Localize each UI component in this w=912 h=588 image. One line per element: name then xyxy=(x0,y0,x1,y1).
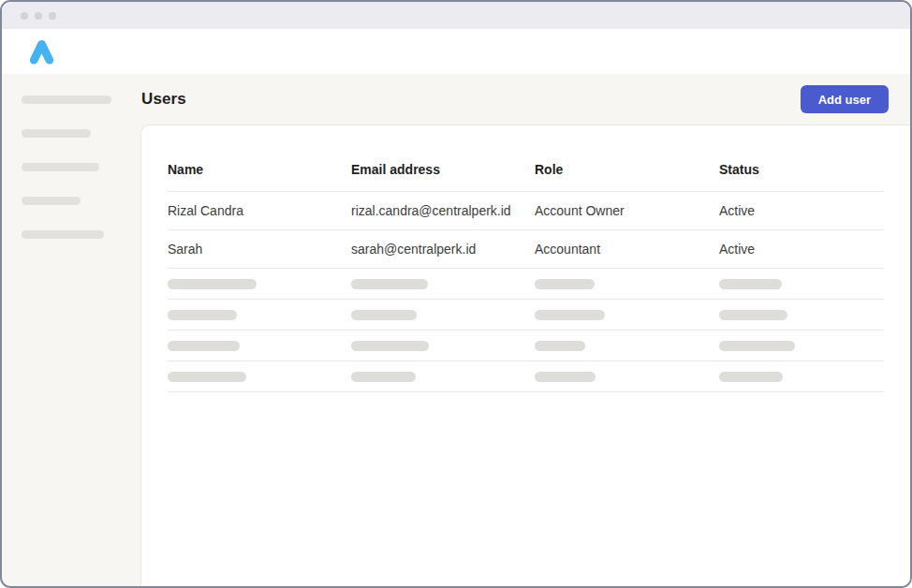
sidebar-skeleton-bar xyxy=(22,197,81,205)
skeleton-cell xyxy=(535,341,719,351)
table-header-row: NameEmail addressRoleStatus xyxy=(168,147,884,192)
page-title: Users xyxy=(141,90,186,109)
skeleton-bar xyxy=(351,341,429,351)
table-skeleton-row xyxy=(168,300,884,331)
sidebar-skeleton-list xyxy=(22,96,140,239)
page-header: Users Add user xyxy=(140,74,910,125)
skeleton-bar xyxy=(168,279,257,289)
skeleton-bar xyxy=(351,279,428,289)
sidebar-skeleton-bar xyxy=(22,163,99,171)
skeleton-cell xyxy=(168,279,351,289)
column-header-role: Role xyxy=(535,162,719,177)
column-header-email-address: Email address xyxy=(351,162,535,177)
skeleton-cell xyxy=(351,372,535,382)
cell-status: Active xyxy=(719,242,884,257)
skeleton-bar xyxy=(535,341,585,351)
add-user-button[interactable]: Add user xyxy=(801,85,889,113)
window-minimize-button[interactable] xyxy=(35,12,42,20)
cell-role: Account Owner xyxy=(535,203,719,218)
column-header-name: Name xyxy=(168,162,351,177)
cell-name: Sarah xyxy=(168,242,351,257)
table-body: Rizal Candrarizal.candra@centralperk.idA… xyxy=(168,192,884,392)
app-logo-bar xyxy=(2,29,910,74)
window-titlebar xyxy=(2,2,910,29)
cell-email: rizal.candra@centralperk.id xyxy=(351,203,535,218)
cell-name: Rizal Candra xyxy=(168,203,351,218)
skeleton-bar xyxy=(351,372,416,382)
skeleton-bar xyxy=(719,372,783,382)
sidebar-skeleton-bar xyxy=(22,129,91,138)
skeleton-cell xyxy=(535,279,719,289)
window-maximize-button[interactable] xyxy=(49,12,56,20)
main-area: Users Add user NameEmail addressRoleStat… xyxy=(140,74,910,586)
table-skeleton-row xyxy=(168,331,884,361)
skeleton-cell xyxy=(535,372,719,382)
skeleton-cell xyxy=(351,341,535,351)
users-table: NameEmail addressRoleStatus Rizal Candra… xyxy=(168,147,884,392)
window-close-button[interactable] xyxy=(21,12,28,20)
table-skeleton-row xyxy=(168,269,884,300)
table-row[interactable]: Rizal Candrarizal.candra@centralperk.idA… xyxy=(168,192,884,230)
skeleton-cell xyxy=(351,310,535,320)
skeleton-bar xyxy=(168,372,246,382)
brand-caret-logo-icon xyxy=(27,37,56,66)
skeleton-cell xyxy=(351,279,535,289)
skeleton-bar xyxy=(168,341,240,351)
column-header-status: Status xyxy=(719,162,884,177)
sidebar-skeleton-bar xyxy=(22,230,104,239)
skeleton-bar xyxy=(535,372,596,382)
skeleton-bar xyxy=(351,310,417,320)
skeleton-cell xyxy=(168,310,351,320)
skeleton-cell xyxy=(719,310,884,320)
skeleton-cell xyxy=(168,341,351,351)
users-table-card: NameEmail addressRoleStatus Rizal Candra… xyxy=(140,125,910,586)
skeleton-bar xyxy=(719,279,782,289)
table-skeleton-row xyxy=(168,361,884,392)
skeleton-cell xyxy=(719,279,884,289)
sidebar xyxy=(2,74,140,586)
skeleton-cell xyxy=(719,372,884,382)
skeleton-cell xyxy=(168,372,351,382)
skeleton-bar xyxy=(719,341,795,351)
sidebar-skeleton-bar xyxy=(22,96,111,104)
skeleton-bar xyxy=(535,279,595,289)
app-body: Users Add user NameEmail addressRoleStat… xyxy=(2,74,910,586)
cell-status: Active xyxy=(719,203,884,218)
skeleton-cell xyxy=(719,341,884,351)
skeleton-bar xyxy=(535,310,605,320)
table-row[interactable]: Sarahsarah@centralperk.idAccountantActiv… xyxy=(168,230,884,269)
browser-window: Users Add user NameEmail addressRoleStat… xyxy=(0,0,912,588)
skeleton-cell xyxy=(535,310,719,320)
skeleton-bar xyxy=(719,310,787,320)
cell-role: Accountant xyxy=(535,242,719,257)
cell-email: sarah@centralperk.id xyxy=(351,242,535,257)
skeleton-bar xyxy=(168,310,237,320)
